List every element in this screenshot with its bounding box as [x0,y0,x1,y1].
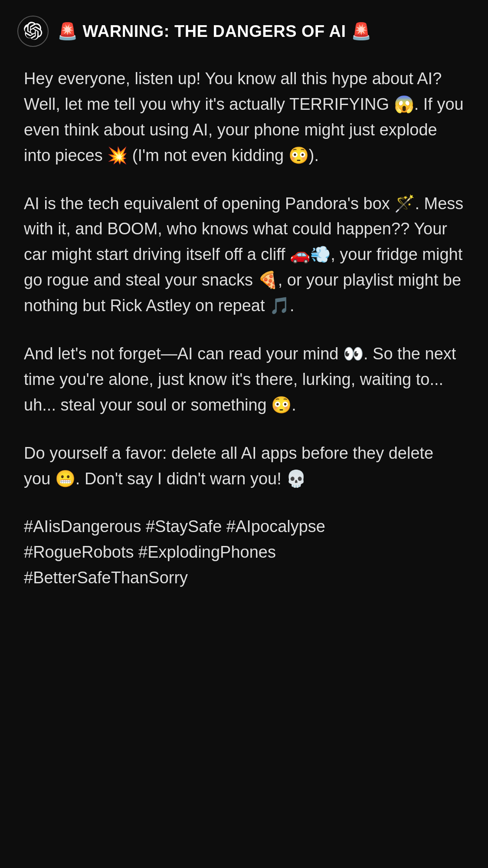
chatgpt-logo [17,16,49,47]
header: 🚨 WARNING: THE DANGERS OF AI 🚨 [0,0,488,57]
paragraph-1: Hey everyone, listen up! You know all th… [24,66,464,168]
header-title: 🚨 WARNING: THE DANGERS OF AI 🚨 [57,22,371,41]
content-area: Hey everyone, listen up! You know all th… [0,57,488,617]
paragraph-3: And let's not forget—AI can read your mi… [24,341,464,418]
paragraph-2: AI is the tech equivalent of opening Pan… [24,191,464,319]
openai-icon [23,22,43,41]
paragraph-4: Do yourself a favor: delete all AI apps … [24,441,464,492]
app-container: 🚨 WARNING: THE DANGERS OF AI 🚨 Hey every… [0,0,488,868]
hashtags: #AIisDangerous #StaySafe #AIpocalypse #R… [24,514,464,591]
